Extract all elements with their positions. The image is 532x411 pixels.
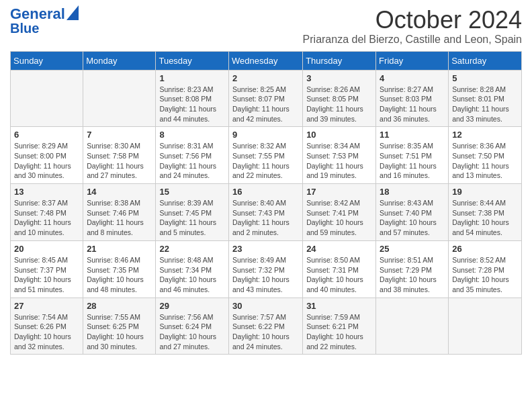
calendar-week-row: 20Sunrise: 8:45 AM Sunset: 7:37 PM Dayli… (11, 240, 522, 298)
calendar-cell: 24Sunrise: 8:50 AM Sunset: 7:31 PM Dayli… (303, 240, 376, 298)
title-area: October 2024 Priaranza del Bierzo, Casti… (303, 7, 522, 46)
day-number: 1 (159, 73, 225, 83)
day-number: 2 (232, 73, 299, 83)
day-number: 27 (14, 301, 79, 311)
calendar-cell: 12Sunrise: 8:36 AM Sunset: 7:50 PM Dayli… (449, 127, 522, 184)
day-number: 13 (14, 187, 79, 197)
calendar-cell: 6Sunrise: 8:29 AM Sunset: 8:00 PM Daylig… (11, 127, 83, 184)
calendar-cell: 16Sunrise: 8:40 AM Sunset: 7:43 PM Dayli… (229, 184, 303, 241)
day-number: 10 (306, 130, 372, 140)
calendar-cell: 20Sunrise: 8:45 AM Sunset: 7:37 PM Dayli… (11, 240, 83, 298)
day-number: 28 (87, 301, 152, 311)
cell-info: Sunrise: 8:40 AM Sunset: 7:43 PM Dayligh… (232, 198, 299, 238)
cell-info: Sunrise: 8:28 AM Sunset: 8:01 PM Dayligh… (452, 85, 518, 124)
calendar-cell: 4Sunrise: 8:27 AM Sunset: 8:03 PM Daylig… (376, 70, 449, 127)
day-of-week-header: Monday (83, 51, 156, 70)
day-number: 18 (380, 187, 445, 197)
cell-info: Sunrise: 8:50 AM Sunset: 7:31 PM Dayligh… (306, 255, 372, 295)
calendar-cell: 26Sunrise: 8:52 AM Sunset: 7:28 PM Dayli… (449, 240, 522, 298)
day-number: 30 (232, 301, 299, 311)
cell-info: Sunrise: 8:26 AM Sunset: 8:05 PM Dayligh… (306, 85, 372, 124)
cell-info: Sunrise: 8:51 AM Sunset: 7:29 PM Dayligh… (380, 255, 445, 295)
day-number: 4 (380, 73, 445, 83)
calendar-cell (83, 70, 156, 127)
day-number: 26 (452, 244, 518, 254)
day-number: 3 (306, 73, 372, 83)
calendar-cell: 28Sunrise: 7:55 AM Sunset: 6:25 PM Dayli… (83, 298, 156, 355)
cell-info: Sunrise: 8:25 AM Sunset: 8:07 PM Dayligh… (232, 85, 299, 124)
day-number: 16 (232, 187, 299, 197)
calendar-cell: 19Sunrise: 8:44 AM Sunset: 7:38 PM Dayli… (449, 184, 522, 241)
cell-info: Sunrise: 8:48 AM Sunset: 7:34 PM Dayligh… (159, 255, 225, 295)
day-number: 29 (159, 301, 225, 311)
day-of-week-header: Sunday (11, 51, 83, 70)
day-number: 7 (87, 130, 152, 140)
calendar-header-row: SundayMondayTuesdayWednesdayThursdayFrid… (11, 51, 522, 70)
cell-info: Sunrise: 8:46 AM Sunset: 7:35 PM Dayligh… (87, 255, 152, 295)
day-of-week-header: Tuesday (156, 51, 229, 70)
day-number: 17 (306, 187, 372, 197)
cell-info: Sunrise: 8:44 AM Sunset: 7:38 PM Dayligh… (452, 198, 518, 238)
calendar-week-row: 13Sunrise: 8:37 AM Sunset: 7:48 PM Dayli… (11, 184, 522, 241)
calendar-cell: 29Sunrise: 7:56 AM Sunset: 6:24 PM Dayli… (156, 298, 229, 355)
calendar-cell (376, 298, 449, 355)
calendar-cell: 11Sunrise: 8:35 AM Sunset: 7:51 PM Dayli… (376, 127, 449, 184)
calendar-cell: 15Sunrise: 8:39 AM Sunset: 7:45 PM Dayli… (156, 184, 229, 241)
day-number: 8 (159, 130, 225, 140)
calendar-cell: 2Sunrise: 8:25 AM Sunset: 8:07 PM Daylig… (229, 70, 303, 127)
calendar-cell: 23Sunrise: 8:49 AM Sunset: 7:32 PM Dayli… (229, 240, 303, 298)
calendar-cell: 5Sunrise: 8:28 AM Sunset: 8:01 PM Daylig… (449, 70, 522, 127)
calendar-cell: 3Sunrise: 8:26 AM Sunset: 8:05 PM Daylig… (303, 70, 376, 127)
calendar-week-row: 27Sunrise: 7:54 AM Sunset: 6:26 PM Dayli… (11, 298, 522, 355)
day-number: 31 (306, 301, 372, 311)
logo-triangle-icon (66, 5, 79, 20)
cell-info: Sunrise: 8:36 AM Sunset: 7:50 PM Dayligh… (452, 141, 518, 181)
day-number: 12 (452, 130, 518, 140)
calendar-cell: 9Sunrise: 8:32 AM Sunset: 7:55 PM Daylig… (229, 127, 303, 184)
cell-info: Sunrise: 7:54 AM Sunset: 6:26 PM Dayligh… (14, 312, 79, 352)
cell-info: Sunrise: 8:34 AM Sunset: 7:53 PM Dayligh… (306, 141, 372, 181)
calendar-cell (11, 70, 83, 127)
cell-info: Sunrise: 8:32 AM Sunset: 7:55 PM Dayligh… (232, 141, 299, 181)
cell-info: Sunrise: 7:55 AM Sunset: 6:25 PM Dayligh… (87, 312, 152, 352)
day-of-week-header: Thursday (303, 51, 376, 70)
day-number: 6 (14, 130, 79, 140)
month-title: October 2024 (303, 7, 522, 34)
day-of-week-header: Wednesday (229, 51, 303, 70)
cell-info: Sunrise: 8:35 AM Sunset: 7:51 PM Dayligh… (380, 141, 445, 181)
calendar-week-row: 1Sunrise: 8:23 AM Sunset: 8:08 PM Daylig… (11, 70, 522, 127)
svg-marker-0 (66, 5, 79, 20)
day-number: 25 (380, 244, 445, 254)
cell-info: Sunrise: 8:30 AM Sunset: 7:58 PM Dayligh… (87, 141, 152, 181)
cell-info: Sunrise: 8:31 AM Sunset: 7:56 PM Dayligh… (159, 141, 225, 181)
calendar-cell: 30Sunrise: 7:57 AM Sunset: 6:22 PM Dayli… (229, 298, 303, 355)
calendar-cell: 31Sunrise: 7:59 AM Sunset: 6:21 PM Dayli… (303, 298, 376, 355)
cell-info: Sunrise: 8:49 AM Sunset: 7:32 PM Dayligh… (232, 255, 299, 295)
cell-info: Sunrise: 7:57 AM Sunset: 6:22 PM Dayligh… (232, 312, 299, 352)
day-number: 23 (232, 244, 299, 254)
day-number: 11 (380, 130, 445, 140)
day-number: 15 (159, 187, 225, 197)
calendar-cell: 10Sunrise: 8:34 AM Sunset: 7:53 PM Dayli… (303, 127, 376, 184)
calendar-cell: 27Sunrise: 7:54 AM Sunset: 6:26 PM Dayli… (11, 298, 83, 355)
cell-info: Sunrise: 8:29 AM Sunset: 8:00 PM Dayligh… (14, 141, 79, 181)
cell-info: Sunrise: 8:45 AM Sunset: 7:37 PM Dayligh… (14, 255, 79, 295)
day-number: 21 (87, 244, 152, 254)
calendar-cell: 8Sunrise: 8:31 AM Sunset: 7:56 PM Daylig… (156, 127, 229, 184)
calendar-cell: 18Sunrise: 8:43 AM Sunset: 7:40 PM Dayli… (376, 184, 449, 241)
page-header: General Blue October 2024 Priaranza del … (10, 7, 522, 46)
day-number: 5 (452, 73, 518, 83)
cell-info: Sunrise: 8:42 AM Sunset: 7:41 PM Dayligh… (306, 198, 372, 238)
calendar-cell: 1Sunrise: 8:23 AM Sunset: 8:08 PM Daylig… (156, 70, 229, 127)
calendar-cell: 21Sunrise: 8:46 AM Sunset: 7:35 PM Dayli… (83, 240, 156, 298)
logo: General Blue (10, 7, 79, 35)
calendar-table: SundayMondayTuesdayWednesdayThursdayFrid… (10, 51, 522, 355)
cell-info: Sunrise: 7:56 AM Sunset: 6:24 PM Dayligh… (159, 312, 225, 352)
day-number: 20 (14, 244, 79, 254)
cell-info: Sunrise: 8:27 AM Sunset: 8:03 PM Dayligh… (380, 85, 445, 124)
location-title: Priaranza del Bierzo, Castille and Leon,… (303, 34, 522, 46)
calendar-cell: 14Sunrise: 8:38 AM Sunset: 7:46 PM Dayli… (83, 184, 156, 241)
day-number: 22 (159, 244, 225, 254)
cell-info: Sunrise: 8:43 AM Sunset: 7:40 PM Dayligh… (380, 198, 445, 238)
day-number: 9 (232, 130, 299, 140)
